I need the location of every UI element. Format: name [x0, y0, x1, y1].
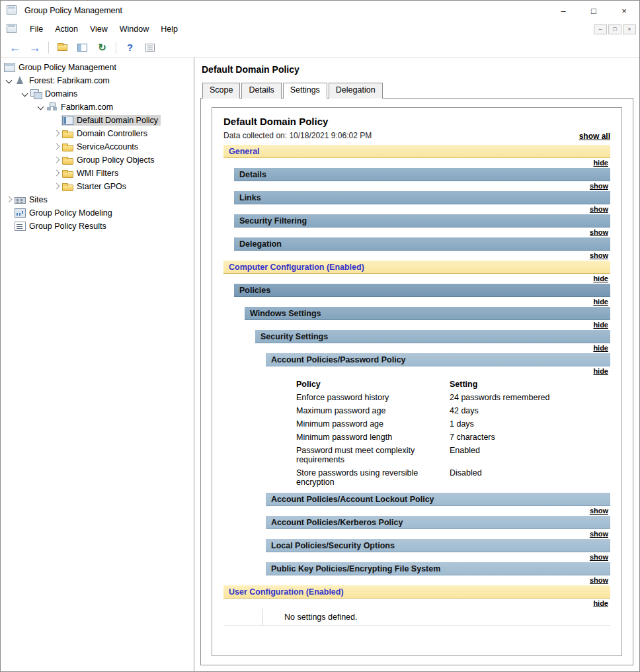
section-label: Account Policies/Password Policy — [271, 355, 406, 364]
report-title: Default Domain Policy — [223, 116, 610, 127]
tree-item-forest-fabrikam-com[interactable]: Forest: Fabrikam.com — [1, 74, 194, 87]
toggle-link-account-policies-account-lockout-policy[interactable]: show — [590, 507, 608, 515]
tree-item-sites[interactable]: Sites — [1, 193, 194, 206]
domain-icon — [46, 103, 58, 112]
tab-settings[interactable]: Settings — [283, 83, 327, 99]
folder-icon — [62, 185, 73, 191]
menu-help[interactable]: Help — [155, 22, 184, 36]
tree-item-serviceaccounts[interactable]: ServiceAccounts — [1, 140, 194, 153]
toggle-link-security-filtering[interactable]: show — [590, 228, 608, 236]
help-button[interactable]: ? — [121, 40, 139, 56]
menu-window[interactable]: Window — [114, 22, 155, 36]
page-title: Default Domain Policy — [202, 64, 633, 75]
tree-chevron-collapsed-icon[interactable] — [51, 142, 61, 152]
toggle-link-local-policies-security-options[interactable]: show — [590, 553, 608, 561]
section-header-general: General — [223, 145, 610, 158]
no-settings-text: No settings defined. — [263, 612, 358, 622]
toggle-link-windows-settings[interactable]: hide — [593, 321, 608, 329]
toggle-link-policies[interactable]: hide — [593, 298, 608, 306]
tab-delegation[interactable]: Delegation — [329, 83, 383, 99]
minimize-button[interactable]: – — [548, 1, 579, 21]
toggle-link-links[interactable]: show — [590, 205, 608, 213]
policy-name: Enforce password history — [296, 391, 450, 404]
tree-item-starter-gpos[interactable]: Starter GPOs — [1, 180, 194, 193]
tree-item-group-policy-results[interactable]: Group Policy Results — [1, 220, 194, 233]
maximize-button[interactable]: □ — [579, 1, 609, 21]
tab-details[interactable]: Details — [241, 83, 281, 99]
tree-item-content: Group Policy Results — [14, 221, 109, 231]
close-button[interactable]: × — [609, 1, 639, 21]
section-security-filtering: Security Filteringshow — [234, 214, 610, 237]
toggle-link-security-settings[interactable]: hide — [593, 344, 608, 352]
menu-file[interactable]: File — [24, 22, 49, 36]
policy-name: Minimum password length — [296, 431, 450, 444]
export-list-button[interactable] — [141, 40, 159, 56]
tree-item-content: Forest: Fabrikam.com — [14, 75, 112, 86]
up-one-level-button[interactable] — [54, 40, 71, 56]
tree-chevron-expanded-icon[interactable] — [19, 89, 30, 99]
report-subheader: Data collected on: 10/18/2021 9:06:02 PM… — [223, 130, 610, 141]
folder-icon — [62, 132, 73, 138]
tree-item-label: Sites — [29, 195, 48, 204]
up-one-level-icon — [58, 44, 67, 51]
toggle-link-general[interactable]: hide — [593, 159, 608, 167]
forward-arrow-button[interactable]: → — [26, 40, 44, 56]
toggle-link-computer-configuration-enabled[interactable]: hide — [593, 274, 608, 282]
mdi-close-button[interactable]: × — [623, 24, 636, 34]
toggle-link-details[interactable]: show — [590, 182, 608, 190]
tree-chevron-expanded-icon[interactable] — [3, 75, 14, 86]
policy-setting: Enabled — [450, 444, 610, 466]
tree-chevron-collapsed-icon[interactable] — [51, 168, 61, 179]
details-pane: Default Domain Policy ScopeDetailsSettin… — [194, 58, 639, 671]
tree-item-label: Group Policy Modeling — [29, 208, 112, 218]
tree-item-content: ServiceAccounts — [61, 142, 141, 152]
section-linkrow: show — [234, 228, 610, 237]
tree-item-domains[interactable]: Domains — [1, 87, 194, 101]
tree-item-group-policy-modeling[interactable]: Group Policy Modeling — [1, 206, 194, 220]
section-header-account-policies-kerberos-policy: Account Policies/Kerberos Policy — [266, 516, 610, 529]
toolbar: ←→↻? — [1, 38, 639, 58]
tree-chevron-collapsed-icon[interactable] — [51, 155, 61, 165]
section-header-local-policies-security-options: Local Policies/Security Options — [266, 539, 610, 552]
section-linkrow: hide — [223, 599, 610, 609]
menu-action[interactable]: Action — [49, 22, 84, 36]
tree-item-domain-controllers[interactable]: Domain Controllers — [1, 127, 194, 140]
refresh-button[interactable]: ↻ — [93, 40, 111, 56]
toggle-link-public-key-policies-encrypting-file-system[interactable]: show — [590, 576, 608, 584]
tree-chevron-collapsed-icon[interactable] — [3, 194, 14, 205]
show-all-link[interactable]: show all — [579, 132, 610, 141]
tree-item-label: WMI Filters — [77, 169, 118, 178]
tree-item-wmi-filters[interactable]: WMI Filters — [1, 167, 194, 180]
section-account-policies-kerberos-policy: Account Policies/Kerberos Policyshow — [266, 516, 610, 539]
toolbar-separator — [116, 42, 116, 54]
tree-item-group-policy-management[interactable]: Group Policy Management — [1, 61, 194, 74]
tab-scope[interactable]: Scope — [202, 83, 240, 99]
mdi-restore-button[interactable]: □ — [608, 24, 621, 34]
show-console-tree-button[interactable] — [73, 40, 91, 56]
section-header-windows-settings: Windows Settings — [245, 307, 610, 320]
policy-setting: 24 passwords remembered — [450, 391, 610, 404]
tree-chevron-collapsed-icon[interactable] — [51, 128, 61, 139]
table-row: Maximum password age42 days — [296, 404, 610, 417]
mdi-minimize-button[interactable]: – — [594, 24, 607, 34]
section-linkrow: show — [266, 552, 610, 562]
toggle-link-user-configuration-enabled[interactable]: hide — [593, 599, 608, 607]
tree-chevron-expanded-icon[interactable] — [35, 102, 46, 112]
show-console-tree-icon — [77, 44, 87, 52]
toggle-link-account-policies-kerberos-policy[interactable]: show — [590, 530, 608, 538]
section-label: Security Settings — [260, 332, 328, 341]
toggle-link-account-policies-password-policy[interactable]: hide — [593, 367, 608, 375]
table-row: Store passwords using reversible encrypt… — [296, 466, 610, 489]
settings-report[interactable]: Default Domain Policy Data collected on:… — [212, 107, 622, 656]
tree-item-group-policy-objects[interactable]: Group Policy Objects — [1, 153, 194, 167]
section-label: Policies — [239, 286, 270, 295]
menu-view[interactable]: View — [84, 22, 114, 36]
section-delegation: Delegationshow — [234, 237, 610, 261]
toggle-link-delegation[interactable]: show — [590, 251, 608, 259]
back-arrow-button[interactable]: ← — [6, 40, 24, 56]
tree-item-content: Sites — [14, 194, 50, 205]
tree-chevron-collapsed-icon[interactable] — [51, 181, 61, 192]
tree-item-default-domain-policy[interactable]: Default Domain Policy — [1, 114, 194, 127]
tree-item-fabrikam-com[interactable]: Fabrikam.com — [1, 101, 194, 114]
tree-item-content: Group Policy Management — [3, 62, 119, 73]
